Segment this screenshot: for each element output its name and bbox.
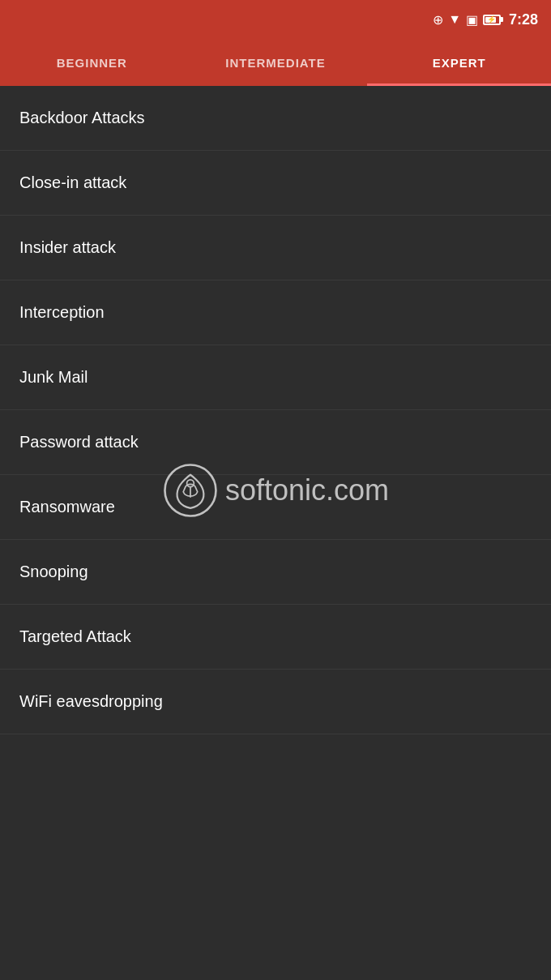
list-item-wifi-eavesdropping[interactable]: WiFi eavesdropping xyxy=(0,670,551,734)
sim-icon: ▣ xyxy=(466,12,478,28)
battery-icon: ⚡ xyxy=(483,15,501,25)
list-item-backdoor-attacks[interactable]: Backdoor Attacks xyxy=(0,86,551,151)
status-time: 7:28 xyxy=(509,11,538,28)
wifi-icon: ▼ xyxy=(448,12,461,27)
sync-icon: ⊕ xyxy=(433,12,443,28)
tab-bar: BEGINNER INTERMEDIATE EXPERT xyxy=(0,39,551,86)
list-item-close-in-attack[interactable]: Close-in attack xyxy=(0,151,551,216)
tab-beginner[interactable]: BEGINNER xyxy=(0,39,184,86)
tab-intermediate[interactable]: INTERMEDIATE xyxy=(184,39,368,86)
list-item-targeted-attack[interactable]: Targeted Attack xyxy=(0,605,551,670)
list-item-ransomware[interactable]: Ransomware xyxy=(0,475,551,540)
status-bar: ⊕ ▼ ▣ ⚡ 7:28 xyxy=(0,0,551,39)
list-item-junk-mail[interactable]: Junk Mail xyxy=(0,345,551,410)
status-icons: ⊕ ▼ ▣ ⚡ 7:28 xyxy=(433,11,538,28)
list-item-interception[interactable]: Interception xyxy=(0,280,551,345)
list-item-snooping[interactable]: Snooping xyxy=(0,540,551,605)
list-container: Backdoor Attacks Close-in attack Insider… xyxy=(0,86,551,734)
tab-expert[interactable]: EXPERT xyxy=(367,39,551,86)
list-item-insider-attack[interactable]: Insider attack xyxy=(0,216,551,280)
list-item-password-attack[interactable]: Password attack xyxy=(0,410,551,475)
